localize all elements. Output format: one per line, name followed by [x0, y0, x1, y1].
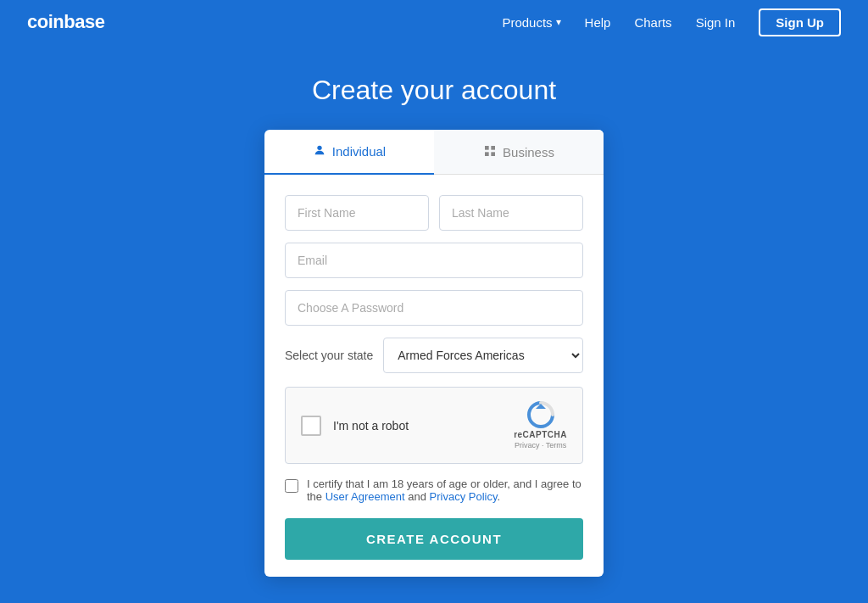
recaptcha-checkbox[interactable]	[301, 416, 321, 436]
nav-links: Products Help Charts Sign In Sign Up	[502, 8, 841, 36]
terms-text: I certify that I am 18 years of age or o…	[307, 477, 583, 503]
page-title-section: Create your account	[0, 44, 868, 130]
user-agreement-link[interactable]: User Agreement	[326, 490, 405, 503]
name-row	[285, 195, 583, 231]
nav-products-link[interactable]: Products	[502, 15, 560, 30]
tab-individual[interactable]: Individual	[264, 130, 434, 175]
person-icon	[313, 143, 326, 159]
account-type-tabs: Individual Business	[264, 130, 604, 175]
form-card-wrap: Individual Business Select your s	[0, 130, 868, 603]
first-name-input[interactable]	[285, 195, 429, 231]
create-account-button[interactable]: CREATE ACCOUNT	[285, 518, 583, 560]
page-title: Create your account	[0, 75, 868, 106]
svg-rect-3	[485, 152, 489, 156]
logo[interactable]: coinbase	[27, 11, 104, 33]
svg-rect-4	[491, 152, 495, 156]
recaptcha-box[interactable]: I'm not a robot reCAPTCHA Privacy · Term…	[285, 387, 583, 464]
state-label: Select your state	[285, 349, 373, 362]
recaptcha-label: I'm not a robot	[333, 419, 409, 433]
last-name-input[interactable]	[439, 195, 583, 231]
terms-checkbox[interactable]	[285, 479, 298, 493]
email-input[interactable]	[285, 243, 583, 278]
recaptcha-policy-links: Privacy · Terms	[515, 441, 566, 449]
building-icon	[483, 144, 497, 160]
state-row: Select your state Armed Forces Americas …	[285, 338, 583, 373]
tab-individual-label: Individual	[332, 144, 386, 159]
recaptcha-widget[interactable]: I'm not a robot reCAPTCHA Privacy · Term…	[285, 387, 583, 464]
nav-help-link[interactable]: Help	[585, 15, 611, 30]
form-body: Select your state Armed Forces Americas …	[264, 175, 604, 577]
recaptcha-left: I'm not a robot	[301, 416, 409, 436]
password-input[interactable]	[285, 290, 583, 326]
nav-charts-link[interactable]: Charts	[634, 15, 671, 30]
nav-signup-button[interactable]: Sign Up	[759, 8, 841, 36]
recaptcha-logo-icon	[527, 401, 554, 428]
svg-rect-1	[485, 146, 489, 150]
state-select[interactable]: Armed Forces Americas Alabama Alaska Ari…	[383, 338, 583, 373]
terms-row: I certify that I am 18 years of age or o…	[285, 477, 583, 503]
svg-rect-2	[491, 146, 495, 150]
recaptcha-brand-label: reCAPTCHA	[514, 430, 567, 439]
svg-point-0	[317, 146, 321, 150]
privacy-policy-link[interactable]: Privacy Policy	[430, 490, 498, 503]
recaptcha-right: reCAPTCHA Privacy · Terms	[514, 401, 567, 449]
navbar: coinbase Products Help Charts Sign In Si…	[0, 0, 868, 44]
tab-business-label: Business	[503, 145, 554, 159]
nav-signin-link[interactable]: Sign In	[696, 15, 736, 30]
form-card: Individual Business Select your s	[264, 130, 604, 577]
tab-business[interactable]: Business	[434, 130, 604, 174]
